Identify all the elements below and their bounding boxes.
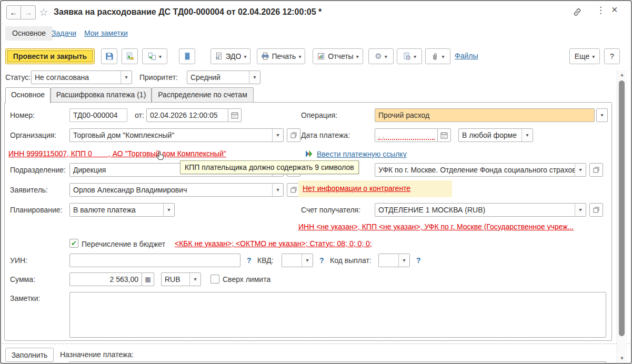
kvd-help-icon[interactable]: ? [319, 254, 324, 267]
dropdown-icon[interactable]: ▾ [521, 129, 533, 141]
status-select[interactable]: Не согласована ▾ [31, 70, 132, 84]
recipient-account-open-button[interactable] [589, 203, 603, 217]
document-window: ← → ☆ Заявка на расходование ДС ТД00-000… [0, 0, 632, 364]
dropdown-icon[interactable]: ▾ [121, 71, 132, 84]
amount-calculator-button[interactable]: ▦ [142, 272, 154, 286]
edo-menu-button[interactable]: ЭДО ▾ [210, 48, 250, 64]
dropdown-icon[interactable]: ▾ [189, 273, 200, 286]
notes-textarea[interactable] [69, 292, 606, 338]
vertical-scrollbar[interactable]: ▲ ▼ [617, 70, 627, 363]
payment-purpose-textarea[interactable] [69, 361, 606, 364]
payout-code-help-icon[interactable]: ? [416, 254, 421, 267]
doc-date-field[interactable]: 02.04.2026 12:00:05 [146, 108, 228, 122]
settings-menu-button[interactable]: ⚙ ▾ [368, 48, 394, 64]
operation-label: Операция: [301, 108, 337, 122]
mouse-hand-cursor [155, 150, 166, 161]
uin-field[interactable] [69, 254, 240, 267]
reports-icon [317, 52, 325, 60]
save-button[interactable] [101, 48, 117, 64]
budget-transfer-checkbox[interactable]: ✔ [69, 239, 78, 248]
tab-account-distribution[interactable]: Распределение по счетам [152, 87, 254, 103]
back-button[interactable]: ← [6, 5, 21, 19]
currency-select[interactable]: RUB ▾ [161, 272, 201, 286]
scroll-down-icon[interactable]: ▼ [617, 356, 627, 361]
create-based-on-button[interactable]: ▾ [142, 48, 167, 64]
counterparty-warning-link[interactable]: Нет информации о контрагенте [303, 184, 410, 193]
favorite-star-icon[interactable]: ☆ [39, 6, 48, 18]
nav-item-tasks[interactable]: Задачи [52, 29, 76, 37]
operation-field[interactable]: Прочий расход [375, 108, 595, 122]
forward-button[interactable]: → [21, 5, 36, 19]
number-field[interactable]: ТД00-000004 [69, 108, 127, 122]
kbk-error-link[interactable]: <КБК не указан>; <ОКТМО не указан>; Стат… [175, 239, 372, 248]
recipient-field[interactable]: УФК по г. Москве. Отделение Фонда социал… [375, 163, 586, 177]
payment-purpose-label: Назначение платежа: [60, 348, 134, 361]
tab-payment-breakdown[interactable]: Расшифровка платежа (1) [51, 87, 152, 103]
dropdown-icon: ▾ [414, 54, 416, 59]
payment-date-field[interactable]: . . [375, 128, 438, 142]
payment-form-select[interactable]: В любой форме ▾ [458, 128, 533, 142]
status-value: Не согласована [35, 73, 89, 82]
dropdown-icon[interactable]: ▾ [272, 129, 283, 141]
fill-button[interactable]: Заполнить [5, 348, 54, 362]
budget-transfer-label: Перечисление в бюджет [82, 237, 165, 251]
over-limit-checkbox[interactable] [210, 275, 219, 284]
dropdown-icon: ▾ [244, 54, 246, 59]
priority-select[interactable]: Средний ▾ [187, 70, 260, 84]
kvd-label: КВД: [257, 254, 274, 267]
print-menu-button[interactable]: Печать ▾ [257, 48, 305, 64]
dropdown-icon[interactable]: ▾ [398, 254, 409, 267]
reports-menu-button[interactable]: Отчеты ▾ [313, 48, 363, 64]
more-menu-button[interactable]: Еще ▾ [569, 48, 600, 64]
dropdown-icon[interactable]: ▾ [575, 204, 586, 216]
attachments-menu-button[interactable]: ▾ [425, 48, 450, 64]
operation-dropdown-button[interactable]: ▾ [596, 108, 608, 122]
dropdown-icon[interactable]: ▾ [163, 204, 174, 216]
reports-label: Отчеты [328, 52, 353, 60]
limits-menu-button[interactable]: ▾ [397, 48, 422, 64]
dropdown-icon[interactable]: ▾ [302, 254, 313, 267]
open-icon [593, 207, 599, 213]
dropdown-icon[interactable]: ▾ [575, 164, 586, 176]
over-limit-label: Сверх лимита [223, 272, 270, 286]
recipient-requisites-error-link[interactable]: ИНН <не указан>, КПП <не указан>, УФК по… [298, 223, 574, 231]
post-and-close-button[interactable]: Провести и закрыть [5, 48, 95, 64]
post-button[interactable] [122, 48, 138, 64]
help-button[interactable]: ? [604, 48, 620, 64]
gear-icon: ⚙ [375, 52, 382, 61]
doc-date-calendar-button[interactable] [228, 108, 242, 122]
amount-field[interactable]: 2 563,00 [69, 272, 142, 286]
nav-item-main[interactable]: Основное [5, 26, 53, 41]
open-icon [593, 167, 599, 173]
dropdown-icon[interactable]: ▾ [272, 184, 283, 196]
enter-payment-link[interactable]: Ввести платежную ссылку [317, 150, 407, 158]
organization-field[interactable]: Торговый дом "Комплексный" ▾ [69, 128, 284, 142]
tab-main[interactable]: Основное [5, 87, 51, 103]
register-records-button[interactable] [179, 48, 195, 64]
window-menu-kebab-icon[interactable]: ⋮ [596, 5, 605, 16]
kvd-select[interactable]: ▾ [282, 254, 313, 267]
nav-item-my-notes[interactable]: Мои заметки [84, 29, 128, 37]
applicant-field[interactable]: Орлов Александр Владимирович ▾ [69, 183, 284, 197]
scroll-up-icon[interactable]: ▲ [617, 72, 627, 77]
uin-help-icon[interactable]: ? [247, 254, 252, 267]
get-link-icon[interactable] [572, 7, 583, 17]
files-link[interactable]: Файлы [455, 52, 478, 60]
payment-date-calendar-button[interactable] [437, 128, 451, 142]
splitter-handle[interactable] [2, 343, 630, 344]
dropdown-icon[interactable]: ▾ [249, 71, 260, 84]
dropdown-icon: ▾ [298, 54, 301, 59]
priority-value: Средний [190, 73, 220, 82]
back-icon: ← [10, 8, 18, 17]
planning-select[interactable]: В валюте платежа ▾ [69, 203, 175, 217]
organization-label: Организация: [10, 128, 56, 142]
scrollbar-thumb[interactable] [619, 80, 625, 336]
recipient-open-button[interactable] [589, 163, 603, 177]
payer-requisites-error-link[interactable]: ИНН 9999115007, КПП 0 , АО "Торговый дом… [8, 149, 226, 158]
print-label: Печать [272, 52, 296, 60]
status-label: Статус: [5, 70, 31, 84]
close-icon[interactable]: × [611, 4, 618, 16]
payout-code-select[interactable]: ▾ [378, 254, 410, 267]
recipient-account-field[interactable]: ОТДЕЛЕНИЕ 1 МОСКВА (RUB) ▾ [375, 203, 586, 217]
organization-open-button[interactable] [287, 128, 300, 142]
